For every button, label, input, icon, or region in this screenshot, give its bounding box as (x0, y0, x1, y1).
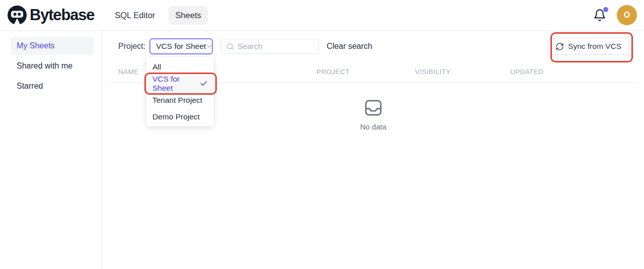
sheets-sidebar: My Sheets Shared with me Starred (0, 31, 102, 269)
column-header-project: PROJECT (316, 68, 415, 76)
bytebase-logo-icon (7, 5, 27, 25)
dropdown-option-all[interactable]: All (146, 58, 214, 75)
sync-button-label: Sync from VCS (568, 42, 621, 51)
avatar[interactable]: O (617, 5, 637, 25)
sidebar-item-starred[interactable]: Starred (11, 77, 94, 95)
notifications-button[interactable] (593, 9, 606, 22)
top-navbar: Bytebase SQL Editor Sheets O (0, 0, 644, 31)
bytebase-sheets-page: Bytebase SQL Editor Sheets O My Sheets S… (0, 0, 644, 269)
brand-name: Bytebase (30, 6, 94, 24)
search-input[interactable] (237, 42, 313, 51)
project-filter-label: Project: (118, 42, 145, 51)
dropdown-option-tenant-project[interactable]: Tenant Project (146, 92, 214, 108)
column-header-visibility: VISIBILITY (415, 68, 510, 76)
bytebase-logo[interactable]: Bytebase (7, 5, 94, 25)
sidebar-item-my-sheets[interactable]: My Sheets (11, 37, 94, 55)
column-header-updated: UPDATED (510, 68, 636, 76)
dropdown-option-label: VCS for Sheet (152, 75, 200, 93)
project-dropdown-menu: All VCS for Sheet Tenant Project Demo Pr… (146, 57, 214, 126)
sidebar-item-shared-with-me[interactable]: Shared with me (11, 57, 94, 75)
sync-from-vcs-button[interactable]: Sync from VCS (548, 38, 629, 55)
search-icon (226, 43, 234, 50)
notification-dot (603, 7, 608, 12)
header-nav: SQL Editor Sheets (108, 6, 207, 25)
chevron-down-icon (206, 43, 213, 50)
header-right: O (593, 5, 637, 25)
dropdown-option-vcs-for-sheet[interactable]: VCS for Sheet (146, 75, 214, 92)
nav-tab-sql-editor[interactable]: SQL Editor (108, 6, 162, 25)
empty-state-text: No data (360, 122, 387, 131)
project-select[interactable]: VCS for Sheet (149, 38, 213, 54)
nav-tab-sheets[interactable]: Sheets (169, 6, 207, 25)
project-select-value: VCS for Sheet (156, 42, 206, 51)
check-icon (200, 80, 208, 88)
dropdown-option-demo-project[interactable]: Demo Project (146, 108, 214, 125)
search-box (221, 39, 318, 54)
sync-icon (555, 42, 564, 51)
inbox-icon (363, 97, 384, 118)
clear-search-button[interactable]: Clear search (327, 42, 372, 51)
